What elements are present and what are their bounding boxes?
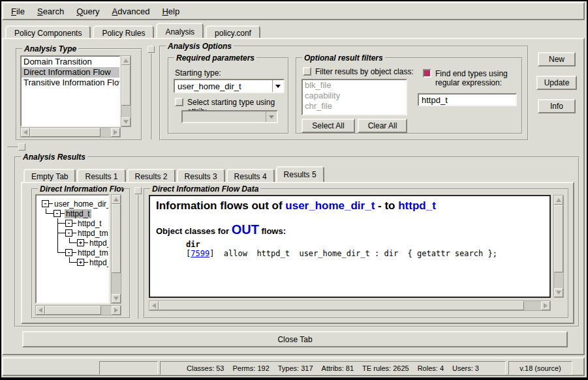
combobox-dropdown-button[interactable] [272,80,283,92]
tree-node-label[interactable]: httpd_t [88,239,110,248]
flow-direction: OUT [232,222,259,237]
tree-node[interactable]: httpd_tmpfs_t [42,248,108,257]
analysis-type-vscrollbar[interactable] [121,55,131,127]
scroll-right-button[interactable] [111,128,120,137]
list-item-domain-transition[interactable]: Domain Transition [22,57,119,67]
tree-guide [65,238,77,248]
tab-results-3[interactable]: Results 3 [177,169,225,182]
regex-input[interactable]: httpd_t [418,93,517,106]
tab-results-1[interactable]: Results 1 [77,169,125,182]
tree-node[interactable]: httpd_t [42,238,108,248]
minus-box-icon[interactable] [65,229,72,237]
info-button[interactable]: Info [538,99,576,113]
minus-box-icon[interactable] [65,220,72,227]
tree-node-label[interactable]: httpd_t [76,219,103,228]
scrollbar-thumb[interactable] [30,128,101,137]
minus-box-icon[interactable] [54,210,61,217]
menu-help[interactable]: Help [162,7,179,16]
tab-results-4[interactable]: Results 4 [226,169,275,182]
tree-guide [54,218,65,228]
data-vscrollbar[interactable] [553,195,564,298]
tree-node-label[interactable]: httpd_tmpfs_t [76,248,110,257]
scroll-down-button[interactable] [112,294,121,303]
stat-attribs: Attribs: 81 [322,364,354,372]
scroll-right-button[interactable] [112,306,121,315]
pane-sash[interactable] [137,195,138,319]
tree-node[interactable]: httpd_t [42,257,108,267]
tab-results-2[interactable]: Results 2 [127,169,176,182]
pane-sash-handle[interactable] [18,143,25,151]
scroll-down-button[interactable] [554,288,563,297]
update-button[interactable]: Update [536,76,577,90]
scroll-right-button[interactable] [541,301,550,310]
plus-box-icon[interactable] [77,259,84,266]
tab-policy-conf[interactable]: policy.conf [206,25,260,39]
tree-guide [54,228,65,238]
app-window: File Search Query Advanced Help Policy C… [0,0,588,380]
clear-all-button[interactable]: Clear All [358,119,407,133]
analysis-type-hscrollbar[interactable] [20,127,121,138]
tree-node[interactable]: httpd_tmp_t [42,228,108,238]
object-class-item: chr_file [303,101,406,111]
flow-source-type: user_home_dir_t [285,199,375,212]
tab-results-5[interactable]: Results 5 [276,166,324,182]
scrollbar-thumb[interactable] [45,306,101,315]
tab-analysis[interactable]: Analysis [156,23,204,39]
data-hscrollbar[interactable] [149,300,551,311]
regex-checkbox[interactable] [423,69,431,78]
analysis-type-listbox[interactable]: Domain Transition Direct Information Flo… [20,55,121,127]
combobox-dropdown-button[interactable] [266,111,277,122]
object-class-filter-checkbox[interactable] [303,67,311,76]
minus-box-icon[interactable] [65,249,72,256]
attrib-checkbox[interactable] [175,98,183,106]
tree-node-label[interactable]: httpd_t [65,209,91,218]
rule-number-link[interactable]: 7599 [191,249,209,258]
flow-title-middle: - to [375,199,398,212]
scroll-up-button[interactable] [554,196,563,205]
tree-node-label[interactable]: user_home_dir_t [53,199,110,209]
scroll-up-button[interactable] [121,56,131,65]
object-class-listbox[interactable]: blk_file capability chr_file [302,79,407,115]
tree-vscrollbar[interactable] [111,194,121,304]
list-item-transitive-information-flow[interactable]: Transitive Information Flow [22,78,119,88]
plus-box-icon[interactable] [77,239,84,246]
scroll-left-button[interactable] [36,306,45,315]
attrib-combobox[interactable] [181,110,278,123]
tree-node[interactable]: httpd_t [42,218,108,228]
flow-tree[interactable]: user_home_dir_t httpd_t httpd_t httpd_tm… [35,194,110,304]
starting-type-combobox[interactable]: user_home_dir_t [174,79,285,93]
menu-file[interactable]: File [11,7,25,16]
select-all-button[interactable]: Select All [302,119,355,133]
scrollbar-thumb[interactable] [112,204,121,273]
scrollbar-thumb[interactable] [554,205,563,272]
scroll-down-button[interactable] [121,117,131,126]
pane-sash[interactable] [7,147,19,148]
scroll-left-button[interactable] [149,301,159,310]
menu-advanced[interactable]: Advanced [112,7,150,16]
tab-empty-tab[interactable]: Empty Tab [23,169,76,182]
menu-query[interactable]: Query [76,7,99,16]
menu-search[interactable]: Search [37,7,64,16]
tree-node[interactable]: httpd_t [42,209,108,218]
close-tab-button[interactable]: Close Tab [22,331,568,347]
scrollbar-thumb[interactable] [121,65,131,106]
pane-sash[interactable] [150,53,151,139]
status-bar: Classes: 53 Perms: 192 Types: 317 Attrib… [2,357,585,376]
minus-box-icon[interactable] [42,200,49,207]
tree-node-label[interactable]: httpd_tmp_t [76,229,110,238]
new-button[interactable]: New [538,52,576,66]
scrollbar-thumb[interactable] [159,301,524,310]
tree-node[interactable]: user_home_dir_t [42,199,108,209]
scroll-left-button[interactable] [21,128,30,137]
scroll-up-button[interactable] [112,195,121,204]
flow-data-text[interactable]: Information flows out of user_home_dir_t… [149,195,551,298]
tab-policy-components[interactable]: Policy Components [5,25,91,39]
list-item-direct-information-flow[interactable]: Direct Information Flow [22,67,119,78]
pane-sash-handle[interactable] [147,46,155,53]
tree-hscrollbar[interactable] [35,305,121,315]
starting-type-value: user_home_dir_t [175,80,272,92]
pane-sash-handle[interactable] [134,187,142,194]
policy-version: v.18 (source) [519,364,561,372]
tree-node-label[interactable]: httpd_t [88,258,110,267]
tab-policy-rules[interactable]: Policy Rules [93,25,154,39]
